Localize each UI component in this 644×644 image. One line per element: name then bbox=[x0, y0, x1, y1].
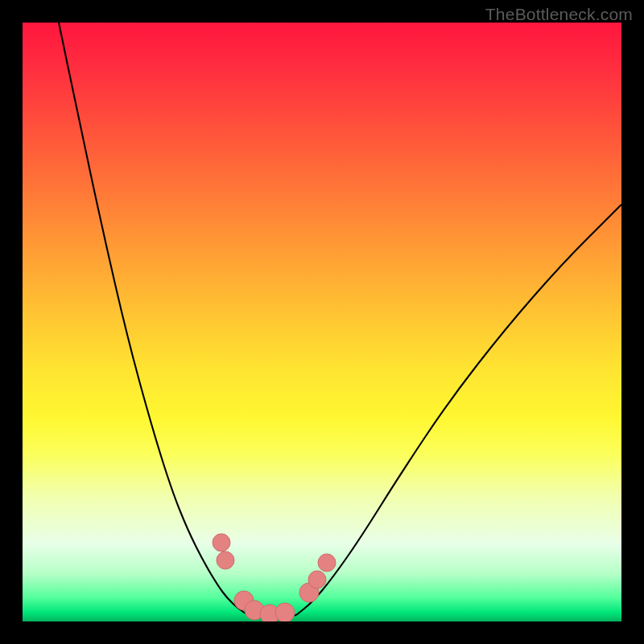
data-marker bbox=[213, 534, 230, 551]
data-marker bbox=[318, 554, 336, 572]
curve-right bbox=[296, 204, 621, 615]
curve-left bbox=[59, 23, 248, 615]
watermark-text: TheBottleneck.com bbox=[485, 5, 633, 24]
data-markers bbox=[213, 534, 336, 621]
data-marker bbox=[308, 571, 326, 588]
chart-plot-area bbox=[23, 23, 621, 621]
data-marker bbox=[217, 551, 234, 569]
chart-svg bbox=[23, 23, 621, 621]
data-marker bbox=[275, 603, 295, 621]
